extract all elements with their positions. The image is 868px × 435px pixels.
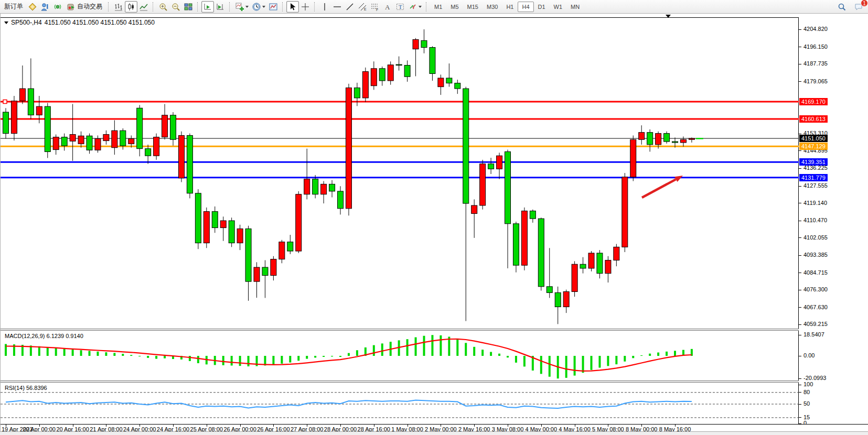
symbol-period-label: SP500-,H4	[11, 19, 42, 26]
collapse-triangle-icon[interactable]	[4, 21, 8, 24]
axis-tick	[799, 417, 801, 418]
toolbar-separator	[153, 2, 155, 12]
timeframe-button-m30[interactable]: M30	[483, 2, 502, 12]
macd-panel-plot[interactable]	[1, 331, 799, 381]
new-order-label: 新订单	[4, 2, 23, 11]
price-level-badge: 4131.779	[799, 174, 828, 181]
price-axis[interactable]: 4204.8204196.1504187.7354179.0654153.310…	[799, 14, 868, 431]
timeframe-button-m1[interactable]: M1	[430, 2, 446, 12]
svg-text:T: T	[399, 4, 402, 10]
toolbar-separator	[108, 2, 111, 12]
tile-windows-icon	[184, 2, 193, 12]
axis-tick	[799, 273, 801, 273]
auto-scroll-icon	[203, 2, 212, 12]
axis-tick	[799, 392, 801, 393]
bar-chart-icon	[114, 2, 123, 12]
rsi-panel-plot[interactable]	[1, 383, 799, 424]
rsi-axis-label: 50	[803, 400, 810, 407]
indicators-button[interactable]	[233, 1, 250, 13]
macd-axis-label: 0.00	[803, 352, 815, 358]
axis-tick	[799, 255, 801, 256]
axis-tick	[799, 307, 801, 308]
notifications-button[interactable]: 1	[852, 1, 865, 13]
vertical-line-button[interactable]	[318, 1, 331, 13]
periods-button[interactable]	[250, 1, 267, 13]
price-tick-label: 4179.065	[803, 78, 828, 84]
timeframe-button-w1[interactable]: W1	[550, 2, 567, 12]
timeframe-button-h1[interactable]: H1	[502, 2, 518, 12]
mt4-terminal: 新订单 自动交易	[0, 0, 868, 435]
gold-diamond-icon	[28, 2, 37, 12]
crosshair-icon	[301, 2, 310, 12]
label-icon: T	[395, 2, 405, 12]
macd-axis-label: 18.5407	[803, 331, 824, 338]
svg-text:A: A	[385, 3, 390, 11]
price-tick-label: 4119.140	[803, 200, 827, 206]
timeframe-button-m15[interactable]: M15	[463, 2, 483, 12]
equidistant-channel-button[interactable]: E	[356, 1, 369, 13]
axis-tick	[799, 378, 801, 379]
trendline-button[interactable]	[344, 1, 356, 13]
chart-window: SP500-,H4 4151.050 4151.050 4151.050 415…	[0, 14, 868, 431]
fibonacci-icon: F	[370, 2, 380, 12]
zoom-in-button[interactable]	[157, 1, 169, 13]
new-order-button[interactable]: 新订单	[1, 1, 26, 13]
axis-tick	[799, 221, 801, 221]
history-center-icon[interactable]	[26, 1, 39, 13]
channel-icon: E	[358, 2, 367, 12]
last-price-dash	[696, 138, 703, 139]
template-icon	[269, 2, 278, 12]
alerts-icon-button[interactable]	[51, 1, 64, 13]
trendline-icon	[345, 2, 355, 12]
axis-tick	[799, 203, 801, 203]
axis-tick	[799, 356, 801, 356]
chart-shift-button[interactable]	[214, 1, 227, 13]
auto-trading-button[interactable]: 自动交易	[64, 1, 105, 13]
text-button[interactable]: A	[381, 1, 394, 13]
price-tick-label: 4110.470	[803, 217, 827, 223]
fibonacci-button[interactable]: F	[369, 1, 381, 13]
auto-trading-label: 自动交易	[77, 2, 102, 11]
vertical-line-icon	[320, 2, 329, 12]
axis-tick	[799, 150, 801, 151]
profiles-icon-button[interactable]	[39, 1, 51, 13]
zoom-out-button[interactable]	[169, 1, 182, 13]
label-button[interactable]: T	[394, 1, 406, 13]
ohlc-values: 4151.050 4151.050 4151.050 4151.050	[45, 19, 155, 26]
templates-button[interactable]	[267, 1, 280, 13]
price-chart-plot[interactable]	[1, 14, 799, 329]
indicators-icon	[235, 2, 244, 12]
arrows-button[interactable]	[406, 1, 423, 13]
price-level-badge: 4151.050	[799, 135, 828, 142]
time-axis[interactable]: 19 Apr 202320 Apr 00:0020 Apr 16:0021 Ap…	[1, 424, 868, 431]
axis-tick	[799, 134, 801, 134]
timeframe-button-h4[interactable]: H4	[518, 2, 533, 12]
cursor-icon	[288, 2, 297, 12]
axis-tick	[799, 186, 801, 187]
toolbar-separator	[229, 2, 232, 12]
timeframe-button-d1[interactable]: D1	[534, 2, 550, 12]
bar-chart-button[interactable]	[112, 1, 125, 13]
price-level-badge: 4160.613	[799, 115, 828, 123]
dropdown-arrow-icon	[419, 6, 422, 8]
arrows-icon	[408, 2, 417, 12]
price-level-badge: 4147.129	[799, 143, 828, 150]
axis-tick	[799, 64, 801, 64]
horizontal-line-button[interactable]	[331, 1, 344, 13]
crosshair-button[interactable]	[299, 1, 312, 13]
tile-windows-button[interactable]	[182, 1, 195, 13]
price-tick-label: 4187.735	[803, 60, 828, 67]
axis-tick	[799, 324, 801, 325]
auto-scroll-button[interactable]	[201, 1, 214, 13]
cursor-button[interactable]	[286, 1, 299, 13]
price-tick-label: 4067.630	[803, 304, 828, 310]
timeframe-button-m5[interactable]: M5	[446, 2, 463, 12]
svg-text:F: F	[376, 8, 378, 12]
search-button[interactable]	[835, 1, 848, 13]
timeframe-button-mn[interactable]: MN	[566, 2, 584, 12]
line-chart-button[interactable]	[137, 1, 150, 13]
candlestick-chart-button[interactable]	[125, 1, 137, 13]
macd-histogram	[6, 335, 692, 378]
price-tick-label: 4204.820	[803, 26, 828, 32]
axis-tick	[799, 47, 801, 47]
